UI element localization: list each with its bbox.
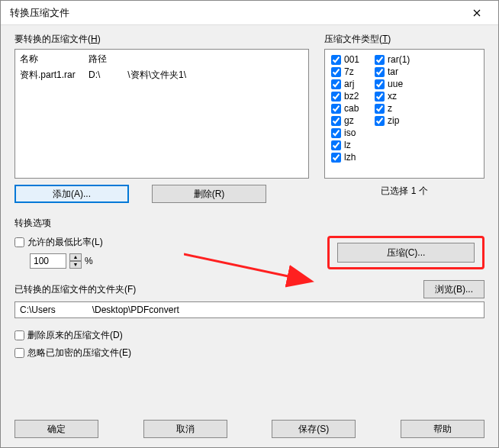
options-label: 转换选项 <box>14 217 485 230</box>
types-label: 压缩文件类型(T) <box>324 33 485 46</box>
type-checkbox-tar[interactable]: tar <box>375 66 410 77</box>
type-checkbox-input[interactable] <box>375 116 385 126</box>
window-title: 转换压缩文件 <box>7 6 69 20</box>
type-checkbox-input[interactable] <box>375 67 385 77</box>
type-checkbox-input[interactable] <box>331 55 341 65</box>
file-name: 资料.part1.rar <box>20 69 89 82</box>
delete-original-checkbox[interactable]: 删除原来的压缩文件(D) <box>14 329 485 342</box>
compress-button[interactable]: 压缩(C)... <box>337 243 475 263</box>
delete-original-input[interactable] <box>14 330 24 340</box>
spinner-down[interactable]: ▼ <box>69 261 82 269</box>
files-listbox[interactable]: 名称 路径 资料.part1.rar D:\ \资料\文件夹1\ <box>14 49 309 179</box>
ratio-input[interactable] <box>30 253 66 269</box>
type-checkbox-xz[interactable]: xz <box>375 91 410 102</box>
type-checkbox-lz[interactable]: lz <box>331 140 359 150</box>
col-path-header: 路径 <box>89 53 107 66</box>
type-checkbox-input[interactable] <box>331 92 341 102</box>
cancel-button[interactable]: 取消 <box>143 420 227 438</box>
list-header: 名称 路径 <box>15 51 308 67</box>
delete-button[interactable]: 删除(R) <box>152 185 266 203</box>
types-box: 0017zarjbz2cabgzisolzlzh rar(1)taruuexzz… <box>324 49 485 179</box>
compress-highlight: 压缩(C)... <box>327 236 485 269</box>
ignore-encrypted-checkbox[interactable]: 忽略已加密的压缩文件(E) <box>14 346 485 359</box>
col-name-header: 名称 <box>20 53 89 66</box>
close-icon <box>473 9 481 17</box>
files-label: 要转换的压缩文件(H) <box>14 33 309 46</box>
type-checkbox-input[interactable] <box>331 67 341 77</box>
type-checkbox-arj[interactable]: arj <box>331 79 359 89</box>
type-checkbox-001[interactable]: 001 <box>331 54 359 65</box>
ratio-spinner[interactable]: ▲ ▼ % <box>30 253 103 269</box>
close-button[interactable] <box>462 2 492 24</box>
type-checkbox-input[interactable] <box>331 116 341 126</box>
type-checkbox-input[interactable] <box>331 79 341 89</box>
ok-button[interactable]: 确定 <box>14 420 98 438</box>
help-button[interactable]: 帮助 <box>401 420 485 438</box>
type-checkbox-iso[interactable]: iso <box>331 127 359 138</box>
dialog-window: 转换压缩文件 要转换的压缩文件(H) 名称 路径 资料.part1.rar D:… <box>0 0 499 448</box>
list-row[interactable]: 资料.part1.rar D:\ \资料\文件夹1\ <box>15 67 308 83</box>
type-checkbox-bz2[interactable]: bz2 <box>331 91 359 102</box>
type-checkbox-rar(1)[interactable]: rar(1) <box>375 54 410 65</box>
type-checkbox-input[interactable] <box>375 92 385 102</box>
save-button[interactable]: 保存(S) <box>272 420 356 438</box>
type-checkbox-input[interactable] <box>375 104 385 114</box>
type-checkbox-7z[interactable]: 7z <box>331 66 359 77</box>
file-path: D:\ \资料\文件夹1\ <box>89 69 186 82</box>
allow-min-ratio-checkbox[interactable]: 允许的最低比率(L) <box>14 236 103 249</box>
type-checkbox-gz[interactable]: gz <box>331 115 359 126</box>
type-checkbox-input[interactable] <box>331 153 341 163</box>
type-checkbox-zip[interactable]: zip <box>375 115 410 126</box>
type-checkbox-uue[interactable]: uue <box>375 79 410 89</box>
browse-button[interactable]: 浏览(B)... <box>423 280 485 298</box>
type-checkbox-input[interactable] <box>375 79 385 89</box>
type-checkbox-input[interactable] <box>331 128 341 138</box>
folder-label: 已转换的压缩文件的文件夹(F) <box>14 283 136 296</box>
allow-min-ratio-input[interactable] <box>14 237 24 247</box>
type-checkbox-lzh[interactable]: lzh <box>331 152 359 163</box>
folder-input[interactable] <box>14 301 485 318</box>
type-checkbox-input[interactable] <box>331 140 341 150</box>
add-button[interactable]: 添加(A)... <box>14 185 129 203</box>
type-checkbox-z[interactable]: z <box>375 103 410 114</box>
type-checkbox-cab[interactable]: cab <box>331 103 359 114</box>
spinner-up[interactable]: ▲ <box>69 253 82 261</box>
type-checkbox-input[interactable] <box>375 55 385 65</box>
type-checkbox-input[interactable] <box>331 104 341 114</box>
ignore-encrypted-input[interactable] <box>14 348 24 358</box>
percent-label: % <box>85 256 93 266</box>
selected-count: 已选择 1 个 <box>324 185 485 198</box>
titlebar: 转换压缩文件 <box>1 1 498 25</box>
